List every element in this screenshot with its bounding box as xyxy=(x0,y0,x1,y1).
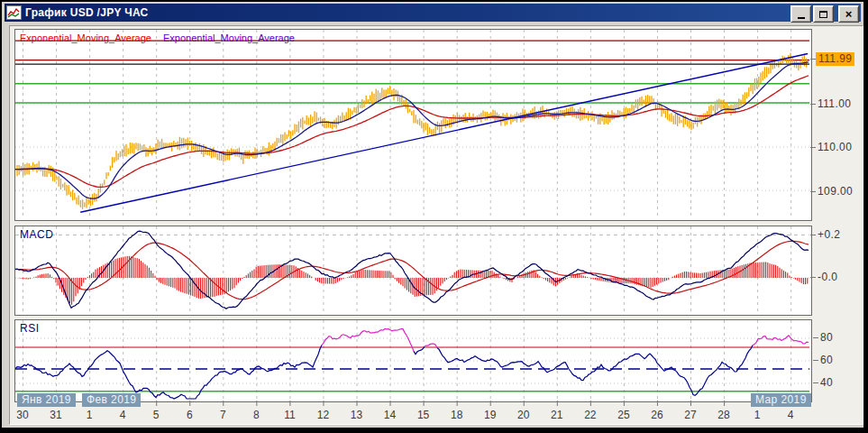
macd-axis-label: -0.0 xyxy=(818,271,837,283)
date-label: 1 xyxy=(754,409,761,421)
close-icon: × xyxy=(845,8,853,20)
time-axis-labels: 3031145678111213141518192021222526272814 xyxy=(2,409,868,421)
date-label: 19 xyxy=(484,409,496,421)
title-bar[interactable]: График USD /JPY ЧАС × xyxy=(5,4,861,22)
date-label: 5 xyxy=(153,409,160,421)
date-label: 4 xyxy=(120,409,126,421)
minimize-icon xyxy=(798,17,805,19)
month-badge-jan: Янв 2019 xyxy=(17,393,76,407)
date-label: 20 xyxy=(517,409,529,421)
date-label: 22 xyxy=(584,409,596,421)
rsi-axis-label: 60 xyxy=(820,354,833,366)
rsi-axis-label: 80 xyxy=(820,331,833,344)
price-axis-label: 109.00 xyxy=(818,185,853,198)
maximize-icon xyxy=(819,11,827,18)
app-window: График USD /JPY ЧАС × Exponential_Moving… xyxy=(0,0,868,433)
date-label: 31 xyxy=(50,409,61,421)
price-chart-panel[interactable] xyxy=(14,29,812,221)
price-axis-label: 110.00 xyxy=(818,141,852,153)
date-label: 21 xyxy=(551,409,562,421)
macd-label: MACD xyxy=(20,228,53,241)
date-label: 7 xyxy=(220,409,226,421)
date-label: 13 xyxy=(351,409,362,421)
rsi-axis-label: 40 xyxy=(820,376,833,389)
date-label: 25 xyxy=(617,409,629,421)
minimize-button[interactable] xyxy=(790,5,811,23)
current-price-badge: 111.99 xyxy=(816,52,854,66)
window-frame: График USD /JPY ЧАС × Exponential_Moving… xyxy=(2,2,863,428)
date-label: 28 xyxy=(717,409,729,421)
ema-label-red: Exponential_Moving_Average xyxy=(20,32,151,43)
maximize-button[interactable] xyxy=(813,5,834,23)
date-label: 15 xyxy=(417,409,429,421)
window-controls: × xyxy=(790,5,859,23)
rsi-panel[interactable] xyxy=(14,319,812,402)
date-label: 6 xyxy=(187,409,193,421)
date-label: 27 xyxy=(684,409,696,421)
date-label: 14 xyxy=(384,409,396,421)
date-label: 11 xyxy=(284,409,295,421)
window-title: График USD /JPY ЧАС xyxy=(25,6,149,19)
date-label: 26 xyxy=(651,409,662,421)
rsi-label: RSI xyxy=(20,322,40,335)
date-label: 1 xyxy=(87,409,93,421)
ema-label-purple: Exponential_Moving_Average xyxy=(163,32,295,43)
month-badge-feb: Фев 2019 xyxy=(82,393,141,407)
close-button[interactable]: × xyxy=(838,5,859,23)
date-label: 4 xyxy=(788,409,794,421)
chart-app-icon xyxy=(6,5,22,20)
date-label: 8 xyxy=(253,409,260,421)
date-label: 12 xyxy=(317,409,329,421)
macd-panel[interactable] xyxy=(14,226,812,316)
price-axis-label: 111.00 xyxy=(818,97,851,110)
month-badge-mar: Мар 2019 xyxy=(751,393,811,407)
date-label: 30 xyxy=(16,409,28,421)
macd-axis-label: +0.2 xyxy=(818,228,840,241)
date-label: 18 xyxy=(451,409,462,421)
